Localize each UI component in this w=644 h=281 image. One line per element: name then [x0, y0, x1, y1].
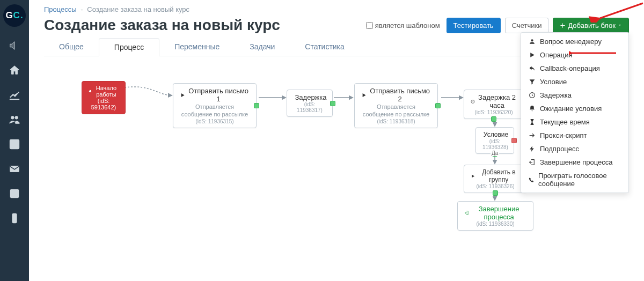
exit-icon	[464, 210, 469, 216]
home-icon[interactable]	[0, 58, 29, 83]
svg-point-7	[14, 221, 15, 221]
dropdown-item-bell[interactable]: Ожидание условия	[521, 102, 628, 115]
exit-icon	[529, 159, 536, 166]
test-button[interactable]: Тестировать	[447, 18, 501, 33]
node-add-group[interactable]: Добавить в группу (idS: 11936326)	[464, 165, 527, 193]
annotation-arrow	[574, 1, 644, 23]
annotation-arrow	[569, 47, 617, 59]
clock-icon	[471, 99, 475, 105]
node-end[interactable]: Завершение процесса (idS: 11936330)	[457, 201, 533, 231]
reply-icon	[529, 65, 536, 72]
node-mail-2[interactable]: Отправить письмо 2 Отправляется сообщени…	[354, 83, 438, 128]
tab-variables[interactable]: Переменные	[159, 38, 235, 56]
phone-icon	[529, 176, 534, 183]
node-delay-2[interactable]: Задержка 2 часа (idS: 11936320)	[464, 90, 524, 119]
tab-tasks[interactable]: Задачи	[235, 38, 290, 56]
clock-icon	[529, 92, 536, 99]
node-delay-1[interactable]: Задержка (idS: 11936317)	[287, 90, 333, 117]
dropdown-item-reply[interactable]: Callback-операция	[521, 62, 628, 75]
svg-point-0	[11, 116, 14, 120]
hour-icon	[529, 119, 536, 125]
users-icon[interactable]	[0, 107, 29, 132]
bolt-icon	[529, 145, 536, 152]
dropdown-item-arrow[interactable]: Прокси-скрипт	[521, 129, 628, 142]
breadcrumb: Процессы - Создание заказа на новый курс	[44, 5, 629, 13]
power-icon	[89, 88, 92, 94]
bell-icon	[529, 105, 536, 112]
tab-stats[interactable]: Статистика	[290, 38, 360, 56]
counters-button[interactable]: Счетчики	[505, 18, 549, 33]
chart-icon[interactable]	[0, 83, 29, 107]
template-checkbox[interactable]	[366, 22, 373, 29]
svg-point-1	[15, 116, 18, 120]
node-mail-1[interactable]: Отправить письмо 1 Отправляется сообщени…	[173, 83, 257, 128]
condition-yes-label: Да	[491, 150, 499, 156]
dropdown-item-filter[interactable]: Условие	[521, 75, 628, 88]
dropdown-item-exit[interactable]: Завершение процесса	[521, 156, 628, 169]
tab-process[interactable]: Процесс	[99, 38, 159, 56]
arrow-icon	[529, 132, 536, 139]
play-icon	[471, 173, 475, 179]
filter-icon	[529, 78, 536, 85]
sidebar: GC.	[0, 0, 29, 281]
dropdown-item-hour[interactable]: Текущее время	[521, 115, 628, 129]
svg-line-12	[600, 3, 643, 18]
dropdown-item-user[interactable]: Вопрос менеджеру	[521, 35, 628, 48]
svg-rect-3	[10, 166, 19, 172]
play-icon	[529, 51, 536, 58]
user-icon	[529, 38, 536, 45]
template-checkbox-wrap[interactable]: является шаблоном	[366, 21, 440, 29]
breadcrumb-root[interactable]: Процессы	[44, 5, 77, 13]
logo: GC.	[3, 4, 26, 27]
play-icon	[361, 92, 367, 98]
check-icon[interactable]	[0, 132, 29, 157]
mobile-icon[interactable]	[0, 206, 29, 231]
mail-icon[interactable]	[0, 157, 29, 181]
breadcrumb-current: Создание заказа на новый курс	[87, 5, 189, 13]
mute-icon[interactable]	[0, 33, 29, 58]
page-title: Создание заказа на новый курс	[44, 17, 280, 34]
chevron-down-icon	[618, 23, 622, 27]
node-start[interactable]: Начало работы (idS: 5913642)	[82, 81, 126, 114]
safe-icon[interactable]	[0, 181, 29, 206]
play-icon	[180, 92, 185, 98]
tab-general[interactable]: Общее	[44, 38, 99, 56]
dropdown-item-bolt[interactable]: Подпроцесс	[521, 142, 628, 156]
dropdown-item-clock[interactable]: Задержка	[521, 88, 628, 102]
dropdown-item-phone[interactable]: Проиграть голосовое сообщение	[521, 169, 628, 190]
svg-point-5	[13, 192, 16, 195]
